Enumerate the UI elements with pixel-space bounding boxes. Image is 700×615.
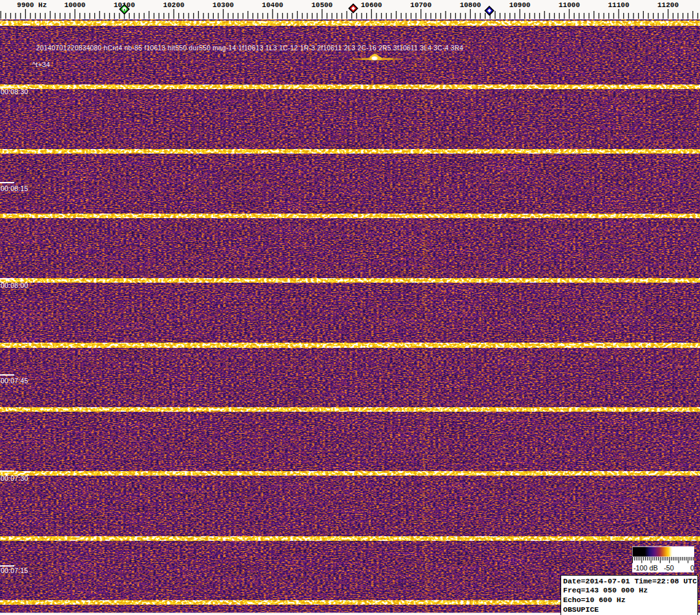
svg-text:10500: 10500 [311, 1, 333, 9]
svg-text:10400: 10400 [262, 1, 283, 9]
svg-text:11200: 11200 [657, 1, 679, 9]
svg-text:10600: 10600 [361, 1, 382, 9]
svg-text:10900: 10900 [509, 1, 530, 9]
svg-text:10200: 10200 [163, 1, 185, 9]
svg-text:10000: 10000 [64, 1, 85, 9]
svg-text:10800: 10800 [460, 1, 481, 9]
svg-text:9900 Hz: 9900 Hz [17, 1, 46, 9]
svg-text:10700: 10700 [410, 1, 431, 9]
svg-text:10300: 10300 [212, 1, 234, 9]
svg-text:11000: 11000 [559, 1, 580, 9]
svg-text:11100: 11100 [608, 1, 629, 9]
